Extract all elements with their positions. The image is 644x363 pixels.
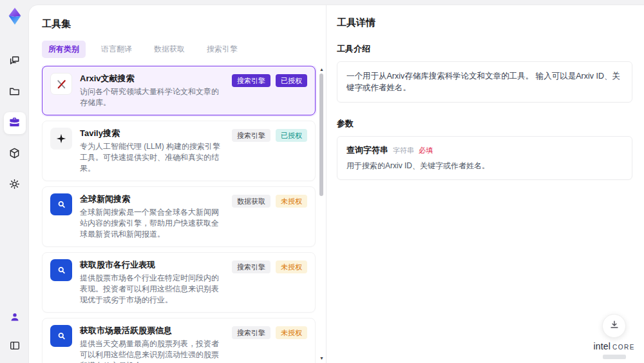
tool-card[interactable]: Tavily搜索 专为人工智能代理 (LLM) 构建的搜索引擎工具。可快速提供实… (42, 121, 316, 181)
sidebar-item-packages[interactable] (4, 143, 26, 165)
tool-intro-text: 一个用于从Arxiv存储库搜索科学论文和文章的工具。 输入可以是Arxiv ID… (337, 61, 632, 103)
scroll-up-icon[interactable]: ▲ (319, 67, 324, 72)
tool-description: 专为人工智能代理 (LLM) 构建的搜索引擎工具。可快速提供实时、准确和真实的结… (80, 141, 224, 174)
app-logo (5, 6, 24, 26)
tool-badges: 搜索引擎 已授权 (232, 73, 307, 87)
tool-badges: 搜索引擎 未授权 (232, 325, 307, 339)
tool-auth-badge: 未授权 (276, 195, 307, 208)
tool-title: 获取市场最活跃股票信息 (80, 326, 224, 336)
tool-card[interactable]: 获取市场最活跃股票信息 提供当天交易量最高的股票列表，投资者可以利用这些信息来识… (42, 318, 316, 363)
chat-icon (8, 54, 21, 69)
tool-description: 提供股票市场各个行业在特定时间段内的表现。投资者可以利用这些信息来识别表现优于或… (80, 273, 224, 306)
tool-detail-panel: 工具详情 工具介绍 一个用于从Arxiv存储库搜索科学论文和文章的工具。 输入可… (327, 5, 644, 363)
news-search-icon (50, 325, 72, 347)
folder-icon (8, 85, 21, 100)
tool-auth-badge: 已授权 (276, 129, 307, 142)
params-heading: 参数 (337, 118, 632, 130)
tool-title: Tavily搜索 (80, 128, 224, 139)
tool-list-panel: 工具集 所有类别语言翻译数据获取搜索引擎 Arxiv文献搜索 访问各个研究领域大… (29, 5, 327, 363)
category-tabs: 所有类别语言翻译数据获取搜索引擎 (42, 41, 326, 58)
tool-description: 提供当天交易量最高的股票列表，投资者可以利用这些信息来识别流动性强的股票和潜在的… (80, 338, 224, 363)
tool-badges: 搜索引擎 未授权 (232, 259, 307, 273)
sidebar-item-chat[interactable] (4, 50, 26, 72)
param-list: 查询字符串 字符串 必填 用于搜索的Arxiv ID、关键字或作者姓名。 (337, 136, 632, 180)
news-search-icon (50, 193, 72, 215)
param-required-badge: 必填 (419, 146, 433, 155)
toolbox-icon (8, 116, 21, 131)
sidebar-item-files[interactable] (4, 81, 26, 103)
tool-card[interactable]: Arxiv文献搜索 访问各个研究领域大量科学论文和文章的存储库。 搜索引擎 已授… (42, 66, 316, 115)
tool-list-viewport: Arxiv文献搜索 访问各个研究领域大量科学论文和文章的存储库。 搜索引擎 已授… (42, 66, 326, 363)
category-tab-0[interactable]: 所有类别 (42, 41, 86, 58)
package-icon (8, 147, 21, 162)
tool-auth-badge: 未授权 (276, 260, 307, 273)
tool-category-badge: 搜索引擎 (232, 129, 270, 142)
sparkle-icon (50, 128, 72, 150)
intro-heading: 工具介绍 (337, 43, 632, 55)
news-search-icon (50, 259, 72, 281)
brand-text: intel (593, 341, 611, 351)
gear-icon (8, 178, 21, 193)
tool-category-badge: 搜索引擎 (232, 260, 270, 273)
user-icon (9, 311, 21, 326)
intel-core-logo: intelCORE (593, 341, 635, 351)
page-title: 工具集 (42, 18, 326, 30)
download-icon (609, 319, 620, 333)
category-tab-2[interactable]: 数据获取 (147, 41, 191, 58)
tool-auth-badge: 未授权 (276, 326, 307, 339)
tool-title: Arxiv文献搜索 (80, 74, 224, 84)
tool-category-badge: 数据获取 (232, 195, 270, 208)
corner-widgets: intelCORE (593, 314, 635, 359)
sidebar-item-tools[interactable] (4, 112, 26, 134)
param-card: 查询字符串 字符串 必填 用于搜索的Arxiv ID、关键字或作者姓名。 (337, 136, 632, 180)
category-tab-3[interactable]: 搜索引擎 (200, 41, 244, 58)
scrollbar-thumb[interactable] (319, 74, 323, 196)
sidebar-bottom-items (4, 308, 26, 358)
sidebar-item-collapse[interactable] (4, 336, 26, 358)
tool-auth-badge: 已授权 (276, 74, 307, 87)
tool-title: 全球新闻搜索 (80, 194, 224, 204)
tool-category-badge: 搜索引擎 (232, 74, 270, 87)
tool-description: 访问各个研究领域大量科学论文和文章的存储库。 (80, 86, 224, 108)
download-button[interactable] (602, 314, 626, 338)
main-panel: 工具集 所有类别语言翻译数据获取搜索引擎 Arxiv文献搜索 访问各个研究领域大… (29, 5, 644, 363)
tool-card[interactable]: 全球新闻搜索 全球新闻搜索是一个聚合全球各大新闻网站内容的搜索引擎，帮助用户快速… (42, 186, 316, 247)
arxiv-icon (50, 73, 72, 95)
tool-badges: 数据获取 未授权 (232, 193, 307, 208)
tool-list: Arxiv文献搜索 访问各个研究领域大量科学论文和文章的存储库。 搜索引擎 已授… (42, 66, 316, 363)
sidebar-items (4, 50, 26, 196)
tool-badges: 搜索引擎 已授权 (232, 128, 307, 142)
scrollbar[interactable]: ▲ ▼ (319, 66, 324, 360)
brand-underline (603, 355, 626, 359)
collapse-sidebar-icon (9, 340, 21, 354)
param-description: 用于搜索的Arxiv ID、关键字或作者姓名。 (346, 161, 623, 172)
icon-sidebar (0, 0, 29, 363)
detail-title: 工具详情 (337, 17, 632, 29)
tool-category-badge: 搜索引擎 (232, 326, 270, 339)
tool-card[interactable]: 获取股市各行业表现 提供股票市场各个行业在特定时间段内的表现。投资者可以利用这些… (42, 252, 316, 313)
sidebar-item-account[interactable] (4, 308, 26, 329)
tool-description: 全球新闻搜索是一个聚合全球各大新闻网站内容的搜索引擎，帮助用户快速获取全球最新资… (80, 207, 224, 240)
param-name: 查询字符串 (346, 144, 388, 156)
scroll-down-icon[interactable]: ▼ (319, 356, 324, 360)
param-type: 字符串 (393, 146, 414, 155)
tool-title: 获取股市各行业表现 (80, 260, 224, 270)
sidebar-item-settings[interactable] (4, 174, 26, 196)
brand-sub-text: CORE (612, 344, 635, 351)
category-tab-1[interactable]: 语言翻译 (95, 41, 138, 58)
